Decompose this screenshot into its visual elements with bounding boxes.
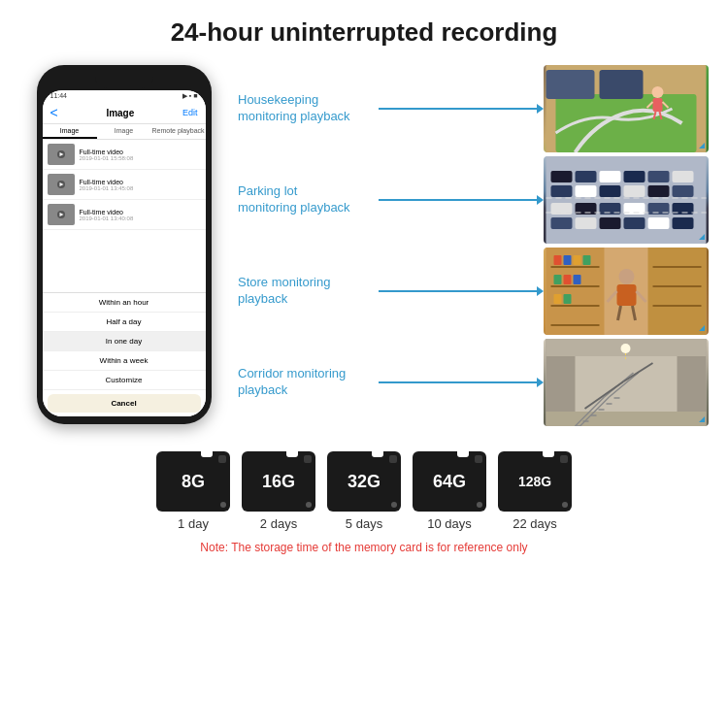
svg-point-90	[477, 502, 482, 508]
svg-rect-38	[624, 217, 645, 229]
dropdown-item-week[interactable]: Within a week	[43, 351, 206, 371]
svg-point-91	[562, 502, 568, 508]
phone-tabs: Image Image Remote playback	[43, 124, 206, 140]
svg-rect-21	[648, 171, 670, 182]
sd-card-icon-32g: 32G	[327, 451, 401, 512]
monitoring-image-corridor	[544, 339, 709, 426]
sd-card-128g: 128G 22 days	[498, 451, 572, 531]
sd-card-label-16g: 16G	[262, 472, 295, 492]
phone-header: < Image Edit	[43, 102, 206, 124]
video-time: 2019-01-01 13:45:08	[80, 185, 201, 191]
arrow-icon	[537, 104, 544, 114]
sd-card-icon-128g: 128G	[498, 451, 572, 512]
svg-rect-23	[551, 185, 573, 197]
video-thumbnail	[48, 174, 75, 195]
corner-indicator	[699, 234, 705, 240]
svg-rect-20	[624, 171, 645, 182]
sd-cards-row: 8G 1 day 16G 2 days 32G 5	[156, 451, 572, 531]
svg-rect-25	[600, 185, 621, 197]
phone-tab-image[interactable]: Image	[43, 124, 97, 139]
svg-rect-9	[600, 70, 644, 99]
sd-card-8g: 8G 1 day	[156, 451, 230, 531]
sd-days-128g: 22 days	[513, 516, 557, 531]
svg-rect-40	[673, 217, 694, 229]
sd-card-label-8g: 8G	[182, 472, 205, 492]
svg-rect-37	[600, 217, 621, 229]
connector-line	[379, 290, 537, 292]
list-item[interactable]: Full-time video 2019-01-01 13:40:08	[43, 200, 206, 230]
svg-rect-28	[673, 185, 694, 197]
sd-days-16g: 2 days	[260, 516, 297, 531]
phone-video-list: Full-time video 2019-01-01 15:58:08 Full…	[43, 140, 206, 292]
phone-tab-image2[interactable]: Image	[97, 124, 151, 139]
phone-screen-title: Image	[106, 108, 134, 118]
svg-rect-58	[564, 275, 572, 284]
monitoring-label-corridor: Corridor monitoringplayback	[238, 366, 379, 399]
dropdown-item-customize[interactable]: Customize	[43, 371, 206, 390]
sd-card-notch	[201, 451, 213, 457]
phone-time: 11:44	[50, 92, 68, 100]
sd-days-64g: 10 days	[427, 516, 472, 531]
svg-point-62	[619, 269, 635, 284]
svg-rect-59	[574, 275, 581, 284]
video-title: Full-time video	[80, 209, 201, 215]
sd-card-16g: 16G 2 days	[242, 451, 315, 531]
monitoring-parking: Parking lotmonitoring playback	[238, 156, 709, 244]
dropdown-item-one-day[interactable]: In one day	[43, 332, 206, 351]
sd-card-notch	[372, 451, 383, 457]
phone-back-button[interactable]: <	[50, 105, 58, 120]
sd-card-notch	[286, 451, 298, 457]
sd-card-notch	[457, 451, 469, 457]
phone-cancel-button[interactable]: Cancel	[48, 394, 201, 413]
monitoring-image-store	[544, 248, 709, 335]
video-thumbnail	[48, 144, 75, 165]
svg-rect-54	[564, 255, 572, 265]
monitoring-label-parking: Parking lotmonitoring playback	[238, 183, 379, 216]
phone-edit-button[interactable]: Edit	[182, 108, 198, 117]
svg-rect-35	[551, 217, 573, 229]
sd-card-label-64g: 64G	[433, 472, 466, 492]
svg-rect-11	[653, 98, 663, 112]
svg-rect-39	[648, 217, 670, 229]
arrow-icon	[537, 286, 544, 296]
sd-card-64g: 64G 10 days	[413, 451, 486, 531]
phone-tab-remote[interactable]: Remote playback	[151, 124, 206, 139]
monitoring-text-parking: Parking lotmonitoring playback	[238, 183, 379, 216]
video-time: 2019-01-01 13:40:08	[80, 215, 201, 221]
svg-rect-55	[574, 255, 581, 265]
monitoring-section: Housekeepingmonitoring playback	[238, 65, 709, 430]
svg-rect-53	[554, 255, 562, 265]
dropdown-item-half-day[interactable]: Half a day	[43, 313, 206, 332]
list-item[interactable]: Full-time video 2019-01-01 15:58:08	[43, 140, 206, 170]
monitoring-text-corridor: Corridor monitoringplayback	[238, 366, 379, 399]
list-item[interactable]: Full-time video 2019-01-01 13:45:08	[43, 170, 206, 200]
monitoring-image-parking	[544, 156, 709, 244]
svg-rect-57	[554, 275, 562, 284]
svg-rect-24	[576, 185, 597, 197]
monitoring-housekeeping: Housekeepingmonitoring playback	[238, 65, 709, 152]
dropdown-item-within-hour[interactable]: Within an hour	[43, 293, 206, 313]
video-thumbnail	[48, 204, 75, 225]
monitoring-text-housekeeping: Housekeepingmonitoring playback	[238, 92, 379, 125]
monitoring-label-housekeeping: Housekeepingmonitoring playback	[238, 92, 379, 125]
video-info: Full-time video 2019-01-01 15:58:08	[80, 149, 201, 161]
svg-rect-26	[624, 185, 645, 197]
svg-rect-61	[564, 294, 572, 304]
arrow-icon	[537, 195, 544, 205]
connector-line	[379, 381, 537, 383]
svg-rect-17	[551, 171, 573, 182]
storage-note: Note: The storage time of the memory car…	[200, 541, 527, 554]
sd-card-icon-16g: 16G	[242, 451, 315, 512]
video-info: Full-time video 2019-01-01 13:45:08	[80, 179, 201, 191]
connector-line	[379, 199, 537, 201]
page-title: 24-hour uninterrupted recording	[171, 17, 558, 48]
phone-dropdown-menu: Within an hour Half a day In one day Wit…	[43, 292, 206, 416]
svg-point-10	[652, 86, 664, 98]
monitoring-label-store: Store monitoringplayback	[238, 275, 379, 308]
video-title: Full-time video	[80, 179, 201, 185]
corner-indicator	[699, 416, 705, 422]
phone-statusbar: 11:44 ▶ ▪ ■	[43, 90, 206, 102]
sd-days-8g: 1 day	[178, 516, 209, 531]
sd-card-icon-64g: 64G	[413, 451, 486, 512]
arrow-icon	[537, 378, 544, 387]
